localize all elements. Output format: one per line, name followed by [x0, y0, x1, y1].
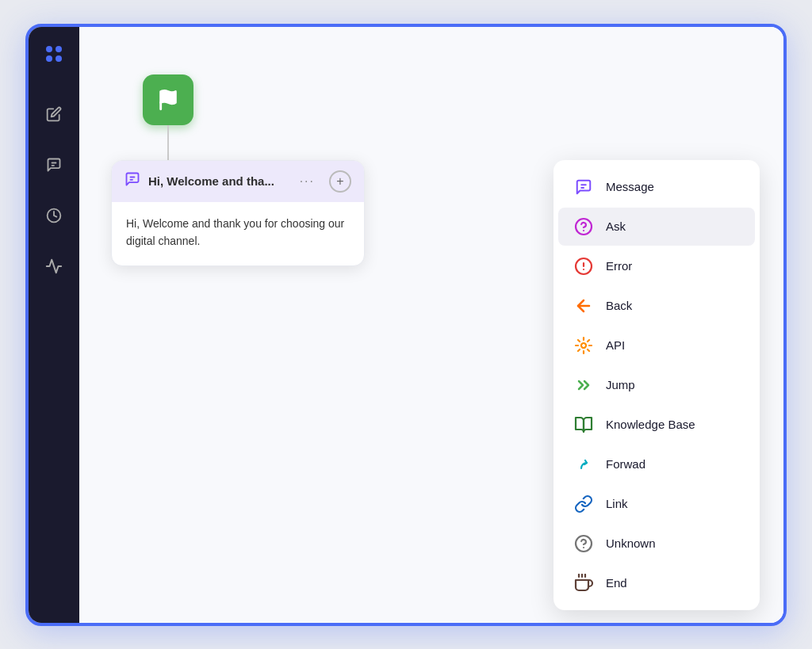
- dropdown-item-api[interactable]: API: [558, 326, 755, 365]
- connector-line: [167, 125, 169, 163]
- sidebar-item-chat[interactable]: [40, 151, 68, 179]
- dropdown-item-message[interactable]: Message: [558, 168, 755, 206]
- dropdown-menu: Message Ask: [553, 160, 760, 610]
- back-icon: [573, 295, 595, 317]
- dropdown-item-forward[interactable]: Forwad: [558, 445, 755, 483]
- svg-point-18: [581, 343, 586, 348]
- start-node[interactable]: [143, 74, 193, 125]
- end-icon: [573, 572, 595, 594]
- message-card: Hi, Welcome and tha... ··· + Hi, Welcome…: [111, 160, 365, 267]
- message-icon: [573, 176, 595, 198]
- jump-label: Jump: [606, 378, 635, 391]
- knowledge-base-label: Knowledge Base: [606, 418, 695, 431]
- ask-icon: [573, 216, 595, 238]
- error-label: Error: [606, 259, 632, 273]
- message-card-dots[interactable]: ···: [300, 174, 315, 189]
- back-label: Back: [606, 299, 632, 312]
- dropdown-item-link[interactable]: Link: [558, 485, 755, 523]
- api-label: API: [606, 338, 625, 352]
- canvas: Hi, Welcome and tha... ··· + Hi, Welcome…: [79, 27, 783, 623]
- dropdown-item-knowledge-base[interactable]: Knowledge Base: [558, 406, 755, 444]
- dropdown-item-jump[interactable]: Jump: [558, 366, 755, 404]
- jump-icon: [573, 374, 595, 396]
- add-node-button[interactable]: +: [329, 170, 351, 193]
- message-card-header-icon: [124, 171, 140, 191]
- message-label: Message: [606, 180, 654, 193]
- dropdown-item-unknown[interactable]: Unknown: [558, 525, 755, 563]
- link-label: Link: [606, 497, 628, 510]
- api-icon: [573, 334, 595, 357]
- svg-point-2: [46, 55, 52, 62]
- sidebar-item-edit[interactable]: [40, 100, 68, 128]
- logo: [43, 43, 65, 70]
- knowledge-base-icon: [573, 414, 595, 436]
- dropdown-item-back[interactable]: Back: [558, 287, 755, 325]
- unknown-label: Unknown: [606, 536, 656, 550]
- ask-label: Ask: [606, 220, 626, 233]
- message-card-text: Hi, Welcome and thank you for choosing o…: [126, 215, 350, 250]
- forward-icon: [573, 453, 595, 475]
- forward-label: Forwad: [606, 457, 645, 471]
- message-card-header: Hi, Welcome and tha... ··· +: [112, 161, 364, 202]
- dropdown-item-error[interactable]: Error: [558, 247, 755, 285]
- dropdown-item-end[interactable]: End: [558, 564, 755, 602]
- end-label: End: [606, 576, 627, 590]
- svg-point-3: [56, 55, 62, 62]
- svg-point-1: [56, 46, 62, 52]
- sidebar-item-analytics[interactable]: [40, 252, 68, 281]
- sidebar: [29, 27, 79, 623]
- message-card-body: Hi, Welcome and thank you for choosing o…: [112, 202, 364, 266]
- app-frame: Hi, Welcome and tha... ··· + Hi, Welcome…: [25, 24, 787, 626]
- error-icon: [573, 255, 595, 277]
- message-card-title: Hi, Welcome and tha...: [148, 174, 292, 188]
- unknown-icon: [573, 533, 595, 555]
- dropdown-item-ask[interactable]: Ask: [558, 208, 755, 246]
- link-icon: [573, 493, 595, 515]
- svg-point-0: [46, 46, 52, 52]
- sidebar-item-dashboard[interactable]: [40, 201, 68, 230]
